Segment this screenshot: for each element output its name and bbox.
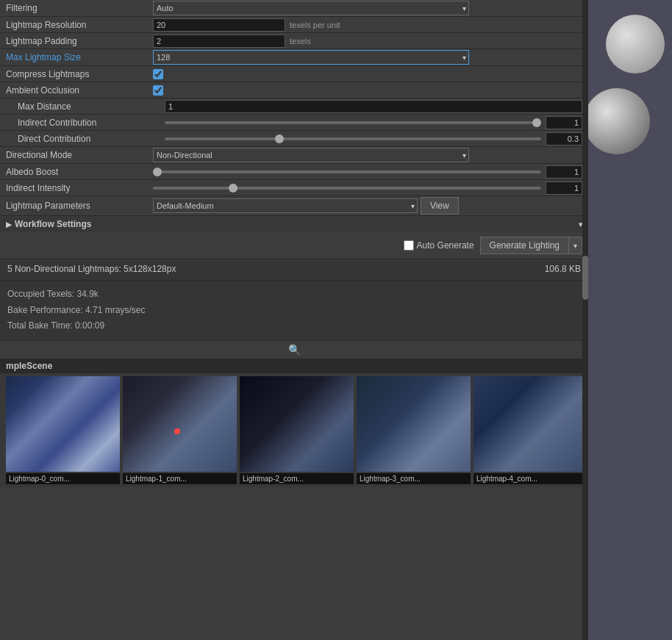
thumbnail-label-3: Lightmap-3_com... bbox=[357, 473, 471, 484]
label-directional-mode: Directional Mode bbox=[6, 150, 153, 160]
row-filtering: Filtering Auto bbox=[0, 0, 588, 17]
value-directional-mode: Non-Directional Directional bbox=[153, 148, 582, 162]
lightmaps-size: 106.8 KB bbox=[545, 264, 581, 274]
thumbnail-image-3 bbox=[357, 376, 471, 472]
indirect-contribution-value[interactable] bbox=[546, 116, 582, 129]
label-direct-contribution: Direct Contribution bbox=[18, 134, 165, 144]
label-compress-lightmaps: Compress Lightmaps bbox=[6, 69, 153, 79]
filtering-dropdown-wrapper: Auto bbox=[153, 1, 469, 15]
generate-lighting-dropdown-button[interactable]: ▾ bbox=[569, 237, 582, 254]
auto-generate-label: Auto Generate bbox=[417, 240, 474, 251]
directional-mode-dropdown[interactable]: Non-Directional Directional bbox=[153, 148, 469, 162]
row-directional-mode: Directional Mode Non-Directional Directi… bbox=[0, 147, 588, 164]
albedo-boost-slider-container bbox=[153, 165, 582, 179]
sphere-2 bbox=[588, 88, 650, 154]
value-max-distance bbox=[165, 100, 582, 113]
indirect-intensity-value[interactable] bbox=[546, 181, 582, 195]
scrollbar-thumb[interactable] bbox=[582, 256, 588, 300]
sphere-1 bbox=[606, 15, 665, 73]
value-lightmap-parameters: Default-Medium View bbox=[153, 197, 582, 215]
value-compress-lightmaps bbox=[153, 69, 582, 79]
auto-generate-checkbox[interactable] bbox=[404, 240, 414, 251]
label-ambient-occlusion: Ambient Occlusion bbox=[6, 85, 153, 96]
scene-label: mpleScene bbox=[0, 359, 588, 373]
generate-row: Auto Generate Generate Lighting ▾ bbox=[0, 232, 588, 259]
direct-contribution-value[interactable] bbox=[546, 132, 582, 145]
row-compress-lightmaps: Compress Lightmaps bbox=[0, 66, 588, 82]
row-indirect-intensity: Indirect Intensity bbox=[0, 180, 588, 196]
thumbnail-image-4 bbox=[473, 376, 587, 472]
max-distance-input[interactable] bbox=[165, 100, 582, 113]
lightmap-resolution-input[interactable] bbox=[153, 18, 285, 32]
thumbnail-label-2: Lightmap-2_com... bbox=[240, 473, 354, 484]
indirect-contribution-slider-container bbox=[165, 116, 582, 129]
settings-rows: Filtering Auto Lightmap Resolution texel… bbox=[0, 0, 588, 216]
thumbnail-label-1: Lightmap-1_com... bbox=[123, 473, 237, 484]
label-lightmap-parameters: Lightmap Parameters bbox=[6, 201, 153, 211]
workflow-settings-label: Workflow Settings bbox=[15, 219, 91, 229]
generate-button-wrapper: Generate Lighting ▾ bbox=[480, 237, 582, 254]
right-preview bbox=[588, 0, 672, 640]
label-indirect-contribution: Indirect Contribution bbox=[18, 118, 165, 128]
scrollbar[interactable] bbox=[582, 0, 588, 640]
direct-contribution-slider-container bbox=[165, 132, 582, 145]
value-lightmap-resolution: texels per unit bbox=[153, 18, 582, 32]
albedo-boost-slider[interactable] bbox=[153, 170, 541, 173]
thumbnail-image-2 bbox=[240, 376, 354, 472]
view-button[interactable]: View bbox=[421, 197, 459, 215]
row-max-lightmap-size: Max Lightmap Size 128 256 512 1024 2048 bbox=[0, 49, 588, 66]
indirect-contribution-slider[interactable] bbox=[165, 121, 541, 124]
thumbnail-image-1 bbox=[123, 376, 237, 472]
ambient-occlusion-checkbox[interactable] bbox=[153, 85, 163, 96]
workflow-arrow-icon: ▶ bbox=[6, 220, 12, 229]
label-albedo-boost: Albedo Boost bbox=[6, 167, 153, 177]
indirect-intensity-slider[interactable] bbox=[153, 187, 541, 190]
thumbnail-label-0: Lightmap-0_com... bbox=[6, 473, 120, 484]
thumbnail-image-0 bbox=[6, 376, 120, 472]
thumbnail-item-4[interactable]: Lightmap-4_com... bbox=[473, 376, 587, 484]
generate-lighting-button[interactable]: Generate Lighting bbox=[480, 237, 569, 254]
row-lightmap-parameters: Lightmap Parameters Default-Medium View bbox=[0, 196, 588, 216]
label-filtering: Filtering bbox=[6, 3, 153, 13]
main-container: Filtering Auto Lightmap Resolution texel… bbox=[0, 0, 672, 640]
search-icon: 🔍 bbox=[288, 344, 301, 356]
label-lightmap-padding: Lightmap Padding bbox=[6, 36, 153, 46]
thumbnail-label-4: Lightmap-4_com... bbox=[473, 473, 587, 484]
value-lightmap-padding: texels bbox=[153, 35, 582, 48]
thumbnail-item-0[interactable]: Lightmap-0_com... bbox=[6, 376, 120, 484]
max-lightmap-size-dropdown[interactable]: 128 256 512 1024 2048 bbox=[153, 50, 469, 65]
bake-performance: Bake Performance: 4.71 mrays/sec bbox=[7, 303, 581, 319]
max-lightmap-size-dropdown-wrapper: 128 256 512 1024 2048 bbox=[153, 50, 469, 65]
lightmaps-info: 5 Non-Directional Lightmaps: 5x128x128px bbox=[7, 264, 176, 274]
thumbnail-item-1[interactable]: Lightmap-1_com... bbox=[123, 376, 237, 484]
label-max-distance: Max Distance bbox=[18, 101, 165, 112]
row-direct-contribution: Direct Contribution bbox=[0, 131, 588, 147]
row-max-distance: Max Distance bbox=[0, 98, 588, 115]
filtering-dropdown[interactable]: Auto bbox=[153, 1, 469, 15]
lightmap-resolution-unit: texels per unit bbox=[290, 21, 340, 29]
lightmap-padding-input[interactable] bbox=[153, 35, 285, 48]
auto-generate-row: Auto Generate bbox=[404, 240, 474, 251]
settings-panel: Filtering Auto Lightmap Resolution texel… bbox=[0, 0, 588, 640]
lightmap-highlight-1 bbox=[174, 428, 180, 434]
direct-contribution-slider[interactable] bbox=[165, 137, 541, 140]
thumbnail-item-3[interactable]: Lightmap-3_com... bbox=[357, 376, 471, 484]
workflow-settings-header[interactable]: ▶ Workflow Settings ▾ bbox=[0, 216, 588, 232]
label-indirect-intensity: Indirect Intensity bbox=[6, 183, 153, 193]
thumbnails-section: mpleScene Lightmap-0_com... Lightmap-1_c… bbox=[0, 359, 588, 487]
albedo-boost-value[interactable] bbox=[546, 165, 582, 179]
directional-mode-dropdown-wrapper: Non-Directional Directional bbox=[153, 148, 469, 162]
thumbnail-item-2[interactable]: Lightmap-2_com... bbox=[240, 376, 354, 484]
stats-detail-section: Occupied Texels: 34.9k Bake Performance:… bbox=[0, 280, 588, 340]
compress-lightmaps-checkbox[interactable] bbox=[153, 69, 163, 79]
occupied-texels: Occupied Texels: 34.9k bbox=[7, 287, 581, 303]
lightmap-parameters-dropdown-wrapper: Default-Medium bbox=[153, 198, 418, 213]
lightmap-padding-unit: texels bbox=[290, 37, 311, 46]
row-ambient-occlusion: Ambient Occlusion bbox=[0, 82, 588, 98]
stats-bar: 5 Non-Directional Lightmaps: 5x128x128px… bbox=[0, 259, 588, 280]
value-ambient-occlusion bbox=[153, 85, 582, 96]
stats-lightmaps-row: 5 Non-Directional Lightmaps: 5x128x128px… bbox=[7, 264, 581, 274]
thumbnails-row: Lightmap-0_com... Lightmap-1_com... Ligh… bbox=[0, 373, 588, 487]
lightmap-parameters-dropdown[interactable]: Default-Medium bbox=[153, 198, 418, 213]
row-lightmap-resolution: Lightmap Resolution texels per unit bbox=[0, 17, 588, 33]
